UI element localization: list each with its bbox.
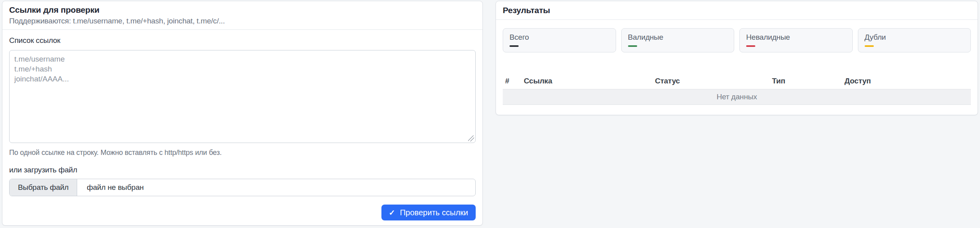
table-header-link: Ссылка <box>521 73 653 89</box>
stat-value-dash-duplicates <box>865 45 874 47</box>
links-panel: Ссылки для проверки Поддерживаются: t.me… <box>2 1 483 226</box>
links-panel-body: Список ссылок По одной ссылке на строку.… <box>2 30 482 227</box>
stat-value-dash-invalid <box>746 45 755 47</box>
stat-card-total: Всего <box>503 28 616 52</box>
stat-card-duplicates: Дубли <box>858 28 971 52</box>
stat-card-invalid: Невалидные <box>739 28 853 52</box>
check-links-button[interactable]: ✓ Проверить ссылки <box>381 205 476 220</box>
file-input[interactable]: Выбрать файл файл не выбран <box>9 179 476 196</box>
stat-label-valid: Валидные <box>628 32 728 43</box>
results-panel: Результаты Всего Валидные Невалидные Дуб… <box>496 1 978 115</box>
results-table: # Ссылка Статус Тип Доступ Нет данных <box>503 73 971 105</box>
table-header-access: Доступ <box>842 73 971 89</box>
results-panel-header: Результаты <box>496 1 978 20</box>
actions-row: ✓ Проверить ссылки <box>9 205 476 220</box>
results-panel-title: Результаты <box>503 6 971 15</box>
links-hint: По одной ссылке на строку. Можно вставля… <box>9 148 476 157</box>
links-list-label: Список ссылок <box>9 36 476 45</box>
stat-value-dash-valid <box>628 45 637 47</box>
choose-file-button[interactable]: Выбрать файл <box>10 179 77 196</box>
check-icon: ✓ <box>389 209 395 216</box>
stat-label-invalid: Невалидные <box>746 32 846 43</box>
stats-row: Всего Валидные Невалидные Дубли <box>503 28 971 52</box>
links-panel-header: Ссылки для проверки Поддерживаются: t.me… <box>2 1 482 30</box>
file-status-text: файл не выбран <box>77 179 144 196</box>
results-panel-body: Всего Валидные Невалидные Дубли <box>496 28 978 112</box>
stat-card-valid: Валидные <box>621 28 735 52</box>
table-header-number: # <box>503 73 521 89</box>
empty-row-text: Нет данных <box>503 89 971 105</box>
page: Ссылки для проверки Поддерживаются: t.me… <box>0 0 980 228</box>
stat-label-total: Всего <box>509 32 609 43</box>
table-header-type: Тип <box>770 73 842 89</box>
stat-value-dash-total <box>509 45 519 47</box>
table-header-status: Статус <box>653 73 770 89</box>
stat-label-duplicates: Дубли <box>865 32 964 43</box>
links-textarea[interactable] <box>9 50 476 143</box>
results-table-header-row: # Ссылка Статус Тип Доступ <box>503 73 971 89</box>
check-links-button-label: Проверить ссылки <box>400 208 468 217</box>
links-panel-title: Ссылки для проверки <box>9 6 476 14</box>
upload-file-label: или загрузить файл <box>9 165 476 175</box>
empty-row: Нет данных <box>503 89 971 105</box>
links-panel-subtitle: Поддерживаются: t.me/username, t.me/+has… <box>9 16 476 26</box>
